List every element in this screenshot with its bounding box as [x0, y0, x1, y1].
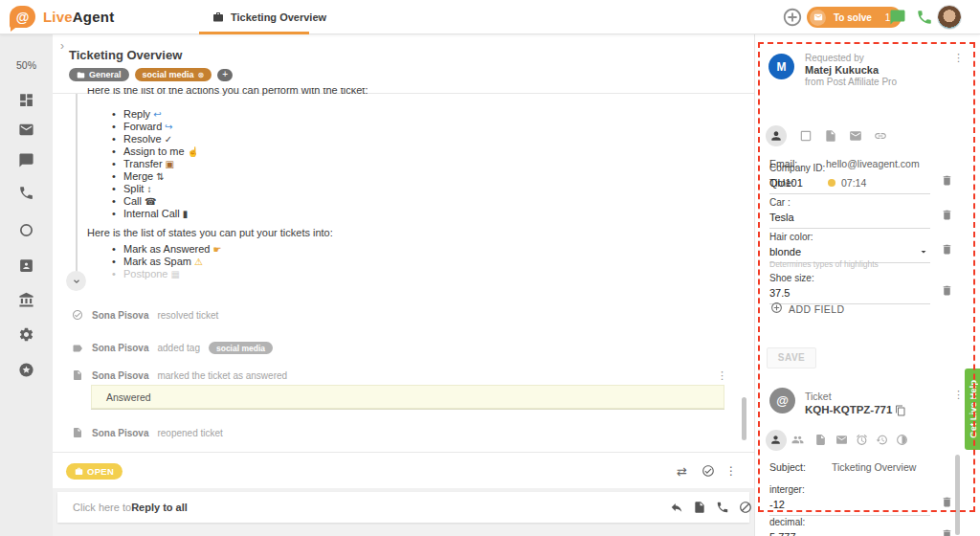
postpone-glyph-icon: ▦: [170, 269, 179, 279]
internal-call-glyph-icon: ▮: [183, 209, 189, 219]
get-live-help-tab[interactable]: Get Live Help: [965, 368, 980, 450]
activity-entry: Sona Pisova resolved ticket: [72, 309, 218, 321]
delete-field-icon[interactable]: [941, 174, 953, 187]
liveagent-logo[interactable]: @ LiveAgent: [10, 6, 114, 28]
settings-gear-icon[interactable]: [18, 326, 34, 343]
requester-source: from Post Affiliate Pro: [805, 77, 897, 87]
delete-field-icon[interactable]: [941, 243, 953, 256]
delete-field-icon[interactable]: [941, 284, 953, 297]
field-car: Car : Tesla: [769, 197, 930, 229]
department-pill[interactable]: General: [69, 68, 129, 81]
field-value-input[interactable]: Tesla: [769, 212, 930, 223]
brand-name: LiveAgent: [43, 9, 114, 25]
delete-field-icon[interactable]: [941, 496, 953, 508]
ticket-history-tab[interactable]: [876, 434, 888, 446]
list-item: Reply↩: [110, 108, 199, 121]
phone-icon[interactable]: [18, 185, 34, 201]
list-item: Assign to me☝: [110, 145, 199, 158]
active-tab-underline: [199, 32, 309, 34]
requester-avatar[interactable]: M: [768, 54, 794, 79]
collapse-chevron-icon[interactable]: ›: [60, 39, 64, 53]
status-open-pill[interactable]: OPEN: [66, 463, 122, 480]
contacts-icon[interactable]: [18, 257, 34, 274]
block-icon[interactable]: [739, 501, 752, 514]
add-new-button[interactable]: [782, 7, 803, 28]
add-field-icon[interactable]: [770, 302, 783, 314]
status-ring-icon[interactable]: [18, 222, 34, 238]
reply-icon[interactable]: [670, 501, 683, 514]
contact-more-menu[interactable]: ⋮: [953, 52, 964, 64]
list-item: Mark as Answered☛: [110, 243, 221, 256]
contact-link-tab[interactable]: [874, 129, 887, 143]
envelope-icon: [813, 12, 823, 22]
main-scrollbar-thumb[interactable]: [742, 397, 746, 440]
top-bar: @ LiveAgent Ticketing Overview To solve …: [0, 0, 980, 34]
ticket-person-tab[interactable]: [769, 434, 782, 446]
note-icon[interactable]: [693, 501, 706, 514]
list-item: Transfer▣: [110, 158, 199, 170]
activity-tag-pill: social media: [209, 342, 273, 354]
ticket-notes-tab[interactable]: [814, 434, 827, 446]
ticket-states-list: Mark as Answered☛ Mark as Spam⚠ Postpone…: [110, 243, 221, 280]
to-solve-label: To solve: [834, 12, 872, 23]
remove-tag-icon[interactable]: ⊗: [198, 71, 205, 79]
field-select[interactable]: blonde: [769, 246, 930, 257]
call-icon[interactable]: [716, 501, 729, 514]
liveagent-app: @ LiveAgent Ticketing Overview To solve …: [0, 0, 980, 536]
split-glyph-icon: ↕: [146, 184, 151, 194]
field-value-input[interactable]: 37.5: [769, 287, 930, 299]
department-label: General: [89, 70, 122, 79]
tab-ticketing-overview[interactable]: Ticketing Overview: [199, 0, 340, 34]
requester-name[interactable]: Matej Kukucka: [805, 64, 879, 76]
delete-field-icon[interactable]: [941, 209, 953, 221]
to-solve-button[interactable]: To solve 1: [807, 7, 902, 28]
field-shoe-size: Shoe size: 37.5: [769, 273, 930, 304]
ticket-contrast-tab[interactable]: [896, 434, 908, 446]
list-item: Call☎: [110, 195, 199, 208]
states-intro-text: Here is the list of states you can put y…: [87, 227, 333, 238]
contact-card-tab[interactable]: [799, 129, 813, 143]
tag-social-media-pill[interactable]: social media ⊗: [135, 68, 212, 81]
ticket-people-tab[interactable]: [791, 434, 804, 446]
contact-notes-tab[interactable]: [824, 129, 837, 143]
chats-button[interactable]: [889, 9, 906, 26]
company-icon[interactable]: [18, 292, 34, 308]
save-button[interactable]: SAVE: [767, 347, 816, 368]
field-hint: Determines types of highlights: [769, 259, 879, 269]
clipped-intro-line: Here is the list of the actions you can …: [87, 88, 368, 97]
ticket-tags-row: General social media ⊗ +: [69, 68, 233, 81]
ticket-more-menu[interactable]: ⋮: [953, 389, 964, 401]
activity-entry: Sona Pisova reopened ticket: [72, 427, 223, 438]
resolve-ticket-icon[interactable]: [702, 464, 715, 478]
panel-scrollbar-thumb[interactable]: [955, 455, 960, 535]
ticket-code[interactable]: KQH-KQTPZ-771: [805, 404, 892, 415]
ticket-info-panel: M Requested by Matej Kukucka from Post A…: [754, 34, 980, 536]
field-value-input[interactable]: -12: [769, 499, 930, 510]
ticket-email-tab[interactable]: [835, 434, 848, 446]
contact-person-tab[interactable]: [769, 129, 783, 143]
scroll-down-button[interactable]: [66, 271, 86, 291]
tickets-icon[interactable]: [18, 122, 34, 138]
calls-button[interactable]: [916, 9, 933, 26]
premium-star-icon[interactable]: [18, 362, 34, 378]
forward-glyph-icon: ↪: [165, 122, 172, 132]
chat-icon[interactable]: [18, 152, 34, 168]
dashboard-icon[interactable]: [18, 92, 34, 108]
add-tag-button[interactable]: +: [217, 69, 233, 81]
transfer-ticket-icon[interactable]: ⇄: [677, 464, 687, 479]
ticket-alarm-tab[interactable]: [856, 434, 868, 446]
dropdown-caret-icon[interactable]: [918, 246, 929, 257]
reply-input-bar[interactable]: Click here to Reply to all: [57, 492, 749, 523]
agent-avatar[interactable]: [937, 5, 962, 30]
field-value-input[interactable]: 5.777: [769, 531, 930, 536]
contact-email-tab[interactable]: [849, 129, 862, 143]
ticket-more-menu[interactable]: ⋮: [725, 464, 737, 478]
tag-label: social media: [143, 70, 194, 79]
activity-more-menu[interactable]: ⋮: [717, 369, 727, 382]
requested-by-label: Requested by: [805, 53, 864, 63]
delete-field-icon[interactable]: [941, 528, 953, 536]
add-field-button[interactable]: ADD FIELD: [789, 303, 844, 315]
ticket-kicker-label: Ticket: [805, 391, 832, 402]
field-value-input[interactable]: QU101: [769, 177, 930, 189]
copy-ticket-code-icon[interactable]: [895, 405, 906, 416]
